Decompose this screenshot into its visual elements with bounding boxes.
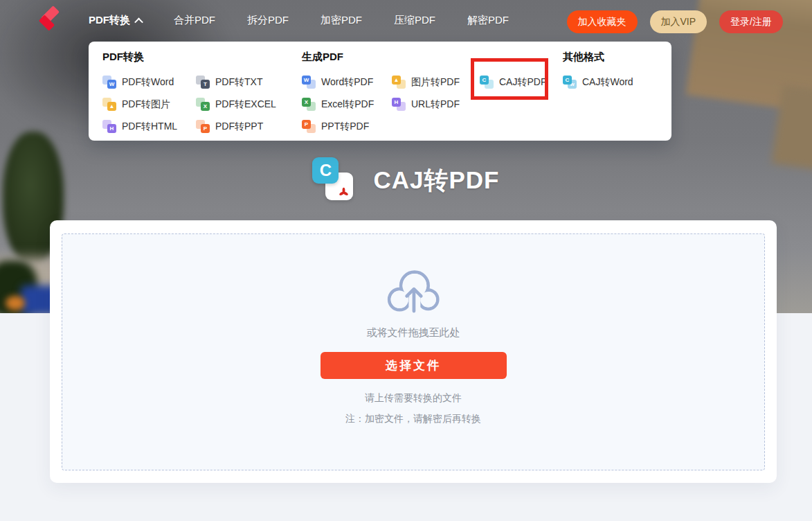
icon-front-tile: X: [302, 98, 311, 107]
icon-front-tile: W: [107, 80, 116, 89]
upload-cloud-icon: [381, 262, 446, 317]
menu-item-CAJ转PDF[interactable]: CCAJ转PDF: [480, 73, 570, 91]
nav-item-decrypt-pdf[interactable]: 解密PDF: [467, 14, 509, 27]
file-convert-icon: H: [392, 98, 406, 112]
top-navbar: PDF转换合并PDF拆分PDF加密PDF压缩PDF解密PDF 加入收藏夹加入VI…: [0, 0, 812, 40]
nav-item-label: 解密PDF: [467, 14, 509, 27]
page-title: CAJ转PDF: [373, 164, 499, 197]
icon-front-tile: C: [563, 76, 572, 85]
icon-front-tile: P: [302, 120, 311, 129]
nav-item-pdf-convert[interactable]: PDF转换: [89, 14, 142, 27]
nav-item-label: 加密PDF: [321, 14, 362, 27]
menu-item-label: CAJ转PDF: [499, 76, 546, 89]
photo-orange-fruit: [6, 296, 25, 310]
menu-item-CAJ转Word[interactable]: wCCAJ转Word: [563, 73, 667, 91]
dropdown-section-title: 生成PDF: [302, 51, 570, 64]
menu-item-label: Word转PDF: [321, 76, 373, 89]
chevron-up-icon: [134, 17, 143, 26]
menu-item-PDF转图片[interactable]: ▲PDF转图片: [102, 96, 196, 114]
dropdown-section: 生成PDFWWord转PDFXExcel转PDFPPPT转PDF▲图片转PDFH…: [302, 51, 570, 138]
menu-item-label: PDF转TXT: [215, 76, 262, 89]
login-register-button[interactable]: 登录/注册: [719, 10, 783, 33]
caj-file-icon: C: [312, 157, 339, 184]
dropdown-section: PDF转换WPDF转Word▲PDF转图片HPDF转HTMLTPDF转TXTXP…: [102, 51, 307, 138]
dropdown-section-title: 其他格式: [563, 51, 667, 64]
icon-front-tile: ▲: [392, 76, 401, 85]
file-convert-icon: T: [196, 76, 210, 89]
menu-item-label: CAJ转Word: [582, 76, 633, 89]
nav-item-merge-pdf[interactable]: 合并PDF: [174, 14, 215, 27]
menu-item-PDF转PPT[interactable]: PPDF转PPT: [196, 118, 307, 136]
nav-item-split-pdf[interactable]: 拆分PDF: [247, 14, 289, 27]
nav-item-compress-pdf[interactable]: 压缩PDF: [394, 14, 435, 27]
upload-note-text: 注：加密文件，请解密后再转换: [345, 413, 481, 425]
menu-item-label: PPT转PDF: [321, 121, 369, 133]
file-convert-icon: H: [102, 120, 117, 134]
file-dropzone[interactable]: 或将文件拖拽至此处 选择文件 请上传需要转换的文件 注：加密文件，请解密后再转换: [62, 233, 765, 470]
menu-item-PDF转Word[interactable]: WPDF转Word: [102, 73, 196, 91]
menu-item-URL转PDF[interactable]: HURL转PDF: [392, 96, 480, 114]
drag-hint-text: 或将文件拖拽至此处: [367, 326, 460, 339]
nav-item-label: 拆分PDF: [247, 14, 289, 27]
menu-item-label: PDF转图片: [122, 98, 170, 111]
menu-item-label: Excel转PDF: [321, 98, 374, 111]
page-title-block: C CAJ转PDF: [0, 157, 812, 203]
file-convert-icon: C: [480, 76, 494, 89]
site-logo[interactable]: [39, 6, 64, 33]
upload-hint-text: 请上传需要转换的文件: [365, 392, 462, 405]
icon-front-tile: H: [392, 98, 401, 107]
pdf-trefoil-glyph: [338, 186, 350, 197]
menu-item-PDF转TXT[interactable]: TPDF转TXT: [196, 73, 307, 91]
dropdown-item-grid: wCCAJ转Word: [563, 71, 667, 138]
file-convert-icon: P: [302, 120, 316, 134]
menu-item-图片转PDF[interactable]: ▲图片转PDF: [392, 73, 480, 91]
icon-front-tile: T: [201, 80, 210, 89]
menu-item-label: URL转PDF: [411, 98, 460, 111]
caj-to-pdf-icon: C: [312, 157, 355, 203]
file-convert-icon: X: [196, 98, 210, 112]
menu-item-label: 图片转PDF: [411, 76, 460, 89]
file-convert-icon: ▲: [392, 76, 406, 89]
file-convert-icon: P: [196, 120, 210, 134]
file-convert-icon: ▲: [102, 98, 117, 112]
nav-item-label: 压缩PDF: [394, 14, 435, 27]
icon-front-tile: C: [480, 76, 489, 85]
icon-front-tile: W: [302, 76, 311, 85]
nav-item-label: PDF转换: [89, 14, 130, 27]
nav-item-label: 合并PDF: [174, 14, 215, 27]
icon-front-tile: X: [201, 102, 210, 111]
file-convert-icon: W: [102, 76, 117, 89]
join-vip-button[interactable]: 加入VIP: [650, 10, 707, 33]
add-favorites-button[interactable]: 加入收藏夹: [567, 10, 638, 33]
dropdown-item-grid: WPDF转Word▲PDF转图片HPDF转HTMLTPDF转TXTXPDF转EX…: [102, 71, 307, 138]
nav-item-encrypt-pdf[interactable]: 加密PDF: [321, 14, 362, 27]
dropdown-item-grid: WWord转PDFXExcel转PDFPPPT转PDF▲图片转PDFHURL转P…: [302, 71, 570, 138]
file-convert-icon: W: [302, 76, 316, 89]
dropdown-section-title: PDF转换: [102, 51, 307, 64]
file-convert-icon: wC: [563, 76, 577, 89]
icon-front-tile: H: [107, 124, 116, 133]
pdf-convert-dropdown-panel: PDF转换WPDF转Word▲PDF转图片HPDF转HTMLTPDF转TXTXP…: [89, 42, 671, 141]
dropdown-section: 其他格式wCCAJ转Word: [563, 51, 667, 138]
menu-item-Word转PDF[interactable]: WWord转PDF: [302, 73, 392, 91]
menu-item-Excel转PDF[interactable]: XExcel转PDF: [302, 96, 392, 114]
nav-menu: PDF转换合并PDF拆分PDF加密PDF压缩PDF解密PDF: [89, 0, 509, 40]
menu-item-PPT转PDF[interactable]: PPPT转PDF: [302, 118, 392, 136]
menu-item-label: PDF转Word: [122, 76, 174, 89]
menu-item-label: PDF转HTML: [122, 121, 177, 133]
upload-card: 或将文件拖拽至此处 选择文件 请上传需要转换的文件 注：加密文件，请解密后再转换: [50, 220, 777, 483]
menu-item-label: PDF转PPT: [215, 121, 263, 133]
select-file-button[interactable]: 选择文件: [321, 352, 507, 379]
menu-item-PDF转HTML[interactable]: HPDF转HTML: [102, 118, 196, 136]
nav-buttons: 加入收藏夹加入VIP登录/注册: [567, 10, 783, 33]
file-convert-icon: X: [302, 98, 316, 112]
menu-item-PDF转EXCEL[interactable]: XPDF转EXCEL: [196, 96, 307, 114]
icon-front-tile: ▲: [107, 102, 116, 111]
menu-item-label: PDF转EXCEL: [215, 98, 276, 111]
icon-front-tile: P: [201, 124, 210, 133]
page: PDF转换合并PDF拆分PDF加密PDF压缩PDF解密PDF 加入收藏夹加入VI…: [0, 0, 812, 521]
